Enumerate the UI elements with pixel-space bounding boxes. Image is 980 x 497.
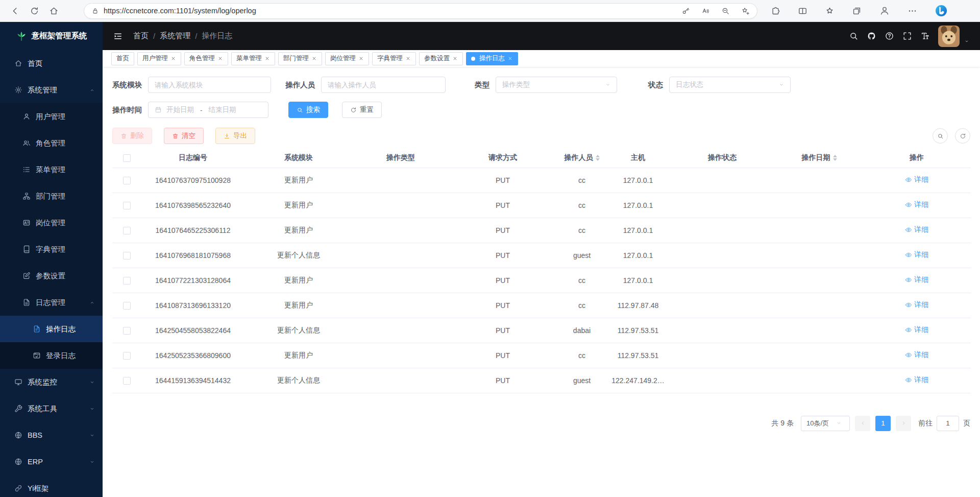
table-row[interactable]: 1642505235366809600更新用户PUTcc112.97.53.51… bbox=[112, 343, 971, 368]
row-checkbox[interactable] bbox=[123, 327, 131, 335]
browser-back-button[interactable] bbox=[5, 2, 24, 19]
row-checkbox[interactable] bbox=[123, 177, 131, 184]
type-select[interactable]: 操作类型 bbox=[496, 77, 617, 93]
table-header-cell[interactable]: 操作日期 bbox=[776, 148, 863, 168]
sidebar-item-dept-management[interactable]: 部门管理 bbox=[0, 183, 103, 209]
add-favorite-icon[interactable] bbox=[741, 7, 750, 15]
tab-item[interactable]: 角色管理 bbox=[184, 52, 228, 65]
sidebar-item-role-management[interactable]: 角色管理 bbox=[0, 130, 103, 156]
address-bar[interactable]: https://ccnetcore.com:1101/system/log/op… bbox=[84, 3, 757, 19]
user-avatar[interactable] bbox=[938, 26, 960, 47]
sidebar-item-login-log[interactable]: 登录日志 bbox=[0, 342, 103, 369]
export-button[interactable]: 导出 bbox=[215, 128, 255, 144]
tab-item[interactable]: 首页 bbox=[111, 52, 134, 65]
detail-link[interactable]: 详细 bbox=[905, 300, 928, 310]
status-select[interactable]: 日志状态 bbox=[669, 77, 791, 93]
sidebar-toggle-icon[interactable] bbox=[113, 31, 123, 41]
close-icon[interactable] bbox=[217, 56, 223, 61]
delete-button[interactable]: 删除 bbox=[112, 128, 152, 144]
breadcrumb-item[interactable]: 首页 bbox=[133, 31, 149, 41]
table-row[interactable]: 1641076370975100928更新用户PUTcc127.0.0.1详细 bbox=[112, 168, 971, 193]
sidebar-item-bbs[interactable]: BBS bbox=[0, 422, 103, 448]
row-checkbox[interactable] bbox=[123, 202, 131, 209]
tab-item[interactable]: 参数设置 bbox=[419, 52, 463, 65]
sidebar-item-erp[interactable]: ERP bbox=[0, 448, 103, 475]
tab-item[interactable]: 岗位管理 bbox=[325, 52, 369, 65]
sidebar-item-dict-management[interactable]: 字典管理 bbox=[0, 236, 103, 263]
next-page-button[interactable] bbox=[896, 416, 911, 431]
close-icon[interactable] bbox=[264, 56, 270, 61]
sort-caret[interactable] bbox=[833, 155, 837, 161]
favorites-icon[interactable] bbox=[825, 6, 835, 16]
browser-refresh-button[interactable] bbox=[24, 2, 44, 19]
detail-link[interactable]: 详细 bbox=[905, 225, 928, 234]
tab-item[interactable]: 菜单管理 bbox=[231, 52, 275, 65]
clear-button[interactable]: 清空 bbox=[164, 128, 204, 144]
detail-link[interactable]: 详细 bbox=[905, 325, 928, 335]
sidebar-item-param-settings[interactable]: 参数设置 bbox=[0, 263, 103, 289]
search-button[interactable]: 搜索 bbox=[288, 102, 328, 118]
split-screen-icon[interactable] bbox=[798, 6, 807, 16]
collections-icon[interactable] bbox=[852, 6, 862, 16]
browser-profile-icon[interactable] bbox=[879, 5, 890, 16]
select-all-checkbox[interactable] bbox=[123, 154, 131, 162]
row-checkbox[interactable] bbox=[123, 277, 131, 285]
row-checkbox[interactable] bbox=[123, 227, 131, 234]
tab-item[interactable]: 用户管理 bbox=[137, 52, 181, 65]
detail-link[interactable]: 详细 bbox=[905, 375, 928, 385]
breadcrumb-item[interactable]: 系统管理 bbox=[160, 31, 190, 41]
help-icon[interactable] bbox=[885, 31, 894, 41]
sidebar-item-system-management[interactable]: 系统管理 bbox=[0, 77, 103, 103]
password-manager-icon[interactable] bbox=[681, 7, 690, 15]
sidebar-item-user-management[interactable]: 用户管理 bbox=[0, 103, 103, 130]
module-input[interactable] bbox=[148, 77, 271, 93]
sidebar-item-post-management[interactable]: 岗位管理 bbox=[0, 209, 103, 236]
table-refresh-button[interactable] bbox=[955, 128, 970, 144]
browser-home-button[interactable] bbox=[44, 2, 63, 19]
zoom-out-icon[interactable] bbox=[721, 7, 730, 15]
close-icon[interactable] bbox=[358, 56, 364, 61]
row-checkbox[interactable] bbox=[123, 352, 131, 360]
tab-item[interactable]: 字典管理 bbox=[372, 52, 416, 65]
toggle-search-button[interactable] bbox=[933, 128, 948, 144]
font-size-icon[interactable] bbox=[920, 31, 930, 41]
tab-item[interactable]: 部门管理 bbox=[278, 52, 322, 65]
table-row[interactable]: 1641076968181075968更新个人信息PUTguest127.0.0… bbox=[112, 243, 971, 268]
sidebar-item-yi-framework[interactable]: Yi框架 bbox=[0, 475, 103, 497]
table-row[interactable]: 1641087313696133120更新用户PUTcc112.97.87.48… bbox=[112, 293, 971, 318]
table-row[interactable]: 1644159136394514432更新个人信息PUTguest122.247… bbox=[112, 368, 971, 393]
detail-link[interactable]: 详细 bbox=[905, 350, 928, 360]
row-checkbox[interactable] bbox=[123, 252, 131, 259]
table-row[interactable]: 1641077221303128064更新用户PUTcc127.0.0.1详细 bbox=[112, 268, 971, 293]
sidebar-item-log-management[interactable]: 日志管理 bbox=[0, 289, 103, 316]
page-size-select[interactable]: 10条/页 bbox=[801, 416, 850, 431]
bing-discover-icon[interactable] bbox=[935, 4, 948, 17]
header-search-icon[interactable] bbox=[849, 31, 859, 41]
fullscreen-icon[interactable] bbox=[902, 31, 912, 41]
extensions-icon[interactable] bbox=[771, 6, 780, 16]
row-checkbox[interactable] bbox=[123, 377, 131, 385]
operator-input[interactable] bbox=[321, 77, 446, 93]
date-range-picker[interactable]: 开始日期 - 结束日期 bbox=[148, 102, 268, 118]
detail-link[interactable]: 详细 bbox=[905, 275, 928, 285]
sidebar-item-system-monitor[interactable]: 系统监控 bbox=[0, 369, 103, 395]
read-aloud-icon[interactable] bbox=[701, 7, 710, 15]
page-number-button[interactable]: 1 bbox=[875, 416, 891, 431]
detail-link[interactable]: 详细 bbox=[905, 250, 928, 259]
goto-page-input[interactable] bbox=[937, 416, 959, 431]
table-row[interactable]: 1641076398565232640更新用户PUTcc127.0.0.1详细 bbox=[112, 193, 971, 218]
sort-caret[interactable] bbox=[596, 155, 600, 161]
prev-page-button[interactable] bbox=[855, 416, 870, 431]
table-row[interactable]: 1641076465225306112更新用户PUTcc127.0.0.1详细 bbox=[112, 218, 971, 243]
reset-button[interactable]: 重置 bbox=[342, 102, 382, 118]
sidebar-item-menu-management[interactable]: 菜单管理 bbox=[0, 156, 103, 183]
sidebar-item-system-tools[interactable]: 系统工具 bbox=[0, 395, 103, 422]
close-icon[interactable] bbox=[170, 56, 176, 61]
browser-menu-icon[interactable] bbox=[908, 6, 917, 16]
detail-link[interactable]: 详细 bbox=[905, 175, 928, 184]
close-icon[interactable] bbox=[507, 56, 513, 61]
table-row[interactable]: 1642504558053822464更新个人信息PUTdabai112.97.… bbox=[112, 318, 971, 343]
row-checkbox[interactable] bbox=[123, 302, 131, 310]
sidebar-item-operation-log[interactable]: 操作日志 bbox=[0, 316, 103, 342]
github-icon[interactable] bbox=[867, 31, 876, 41]
